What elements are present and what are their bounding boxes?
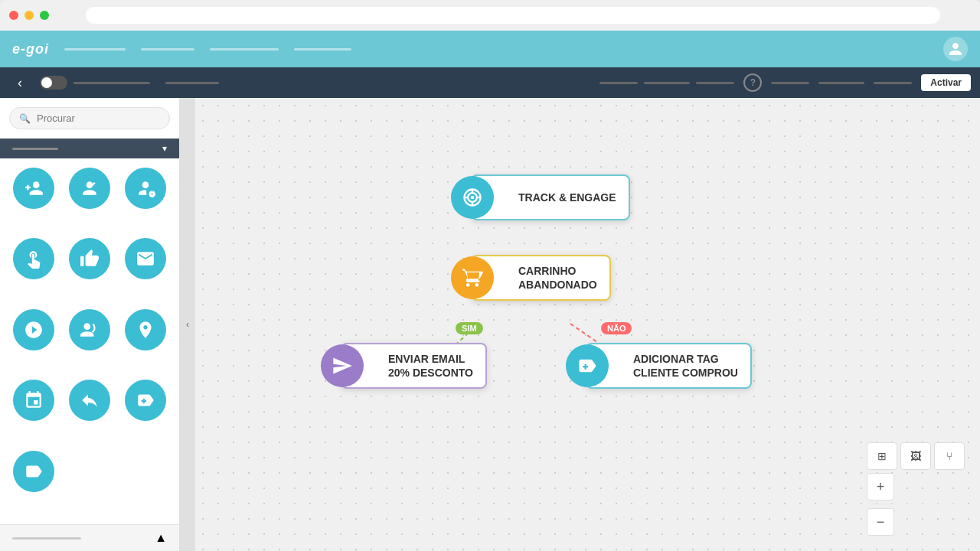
category-chevron: ▾ [162,143,167,154]
touch-icon-button[interactable] [13,238,54,279]
secondary-nav: ‹ ? Activar [0,67,980,98]
share-button[interactable]: ⑂ [934,442,965,470]
sidebar: 🔍 ▾ [0,98,180,551]
search-box: 🔍 [9,107,170,129]
sec-nav-item-1[interactable] [599,82,638,84]
collapse-button[interactable]: ‹ [180,98,195,551]
toggle-group [40,76,150,90]
yes-label: SIM [456,322,483,334]
track-engage-label: TRACK & ENGAGE [494,183,629,212]
connector-svg [195,98,980,551]
add-tag-icon [566,344,609,387]
no-label: NÃO [601,322,632,334]
person-check-icon-button[interactable] [69,309,110,350]
target-icon-button[interactable] [13,309,54,350]
main-content: 🔍 ▾ [0,98,980,551]
sec-nav-item-6[interactable] [874,82,912,84]
canvas-controls: ⊞ 🖼 ⑂ + − [867,442,965,536]
track-engage-node[interactable]: TRACK & ENGAGE [471,174,630,220]
tag-plus-icon-button[interactable] [125,380,166,421]
edit-user-icon-button[interactable] [69,168,110,209]
app-container: e-goi ‹ ? Activar 🔍 [0,31,980,551]
sec-nav-item-4[interactable] [771,82,809,84]
icons-grid [0,158,179,524]
add-user-icon-button[interactable] [13,168,54,209]
sidebar-bottom: ▲ [0,524,179,551]
brand-logo: e-goi [12,41,49,57]
nav-item-3[interactable] [210,48,279,51]
tag-icon-button[interactable] [13,451,54,492]
zoom-out-button[interactable]: − [867,508,894,536]
nav-item-2[interactable] [141,48,194,51]
nav-item-4[interactable] [294,48,351,51]
zoom-in-button[interactable]: + [867,473,894,500]
canvas-area: TRACK & ENGAGE CARRINHO ABANDONADO SIM N… [195,98,980,551]
like-icon-button[interactable] [69,238,110,279]
sec-nav-item-3[interactable] [696,82,734,84]
activate-button[interactable]: Activar [921,74,971,91]
image-button[interactable]: 🖼 [900,442,931,470]
svg-point-5 [471,196,475,200]
sec-nav-item-2[interactable] [644,82,690,84]
avatar[interactable] [943,37,968,61]
send-email-node[interactable]: ENVIAR EMAIL 20% DESCONTO [341,343,487,389]
browser-chrome [0,0,980,31]
help-button[interactable]: ? [743,73,762,92]
category-header[interactable]: ▾ [0,139,179,158]
maximize-dot[interactable] [40,11,49,20]
nav-item-1[interactable] [64,48,126,51]
address-bar[interactable] [86,7,940,24]
email-send-icon [321,344,364,387]
reply-icon-button[interactable] [69,380,110,421]
toggle-label [74,82,150,84]
cart-abandoned-label: CARRINHO ABANDONADO [494,256,609,299]
sec-nav-item-5[interactable] [818,82,864,84]
user-money-icon-button[interactable] [125,168,166,209]
view-controls-row: ⊞ 🖼 ⑂ [867,442,965,470]
email-icon-button[interactable] [125,238,166,279]
top-nav: e-goi [0,31,980,67]
back-button[interactable]: ‹ [9,72,31,93]
location-icon-button[interactable] [125,309,166,350]
search-icon: 🔍 [19,113,31,124]
nav-label-2[interactable] [165,82,219,84]
secondary-nav-items [599,82,734,84]
send-email-label: ENVIAR EMAIL 20% DESCONTO [364,344,485,387]
toggle-switch[interactable] [40,76,67,90]
close-dot[interactable] [9,11,18,20]
cart-abandoned-node[interactable]: CARRINHO ABANDONADO [471,255,611,301]
minimize-dot[interactable] [24,11,34,20]
add-tag-node[interactable]: ADICIONAR TAG CLIENTE COMPROU [586,343,752,389]
collapse-icon[interactable]: ▲ [155,531,167,545]
add-tag-label: ADICIONAR TAG CLIENTE COMPROU [609,344,750,387]
search-input[interactable] [37,112,160,124]
bottom-bar [12,537,81,540]
cart-icon [451,256,494,299]
fit-view-button[interactable]: ⊞ [867,442,897,470]
calendar-icon-button[interactable] [13,380,54,421]
category-label-bar [12,148,58,150]
track-icon [451,176,494,219]
